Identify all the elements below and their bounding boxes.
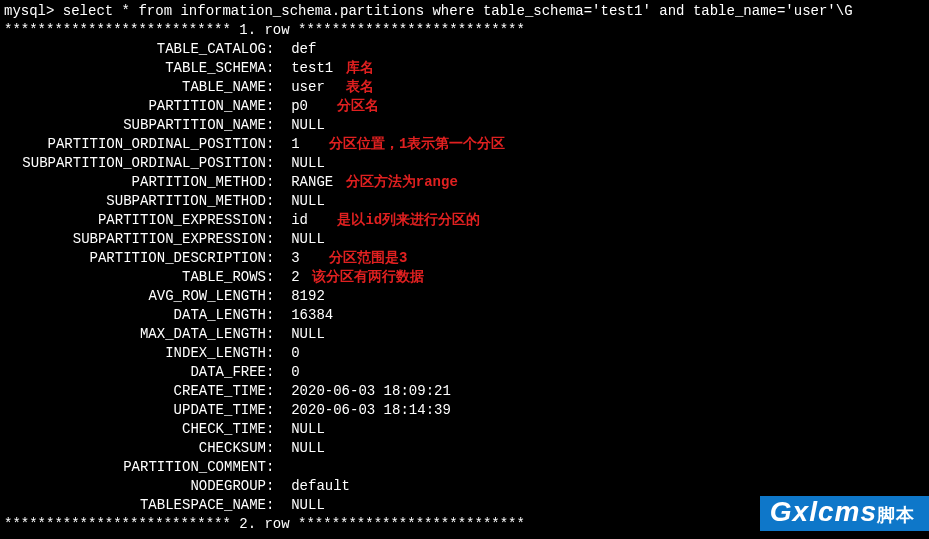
field-value: NULL <box>291 420 325 439</box>
field-value: default <box>291 477 350 496</box>
field-row: MAX_DATA_LENGTH: NULL <box>4 325 925 344</box>
field-row: PARTITION_EXPRESSION: id 是以id列来进行分区的 <box>4 211 925 230</box>
field-row: PARTITION_NAME: p0 分区名 <box>4 97 925 116</box>
field-row: PARTITION_METHOD: RANGE分区方法为range <box>4 173 925 192</box>
field-value: test1 <box>291 59 333 78</box>
colon: : <box>266 97 291 116</box>
field-value: 1 <box>291 135 316 154</box>
annotation: 库名 <box>333 59 374 78</box>
colon: : <box>266 230 291 249</box>
annotation: 分区方法为range <box>333 173 458 192</box>
field-row: PARTITION_DESCRIPTION: 3 分区范围是3 <box>4 249 925 268</box>
field-value: p0 <box>291 97 325 116</box>
field-label: SUBPARTITION_EXPRESSION <box>4 230 266 249</box>
watermark-sub: 脚本 <box>877 505 915 525</box>
field-value: 0 <box>291 344 299 363</box>
field-value: 2020-06-03 18:09:21 <box>291 382 451 401</box>
colon: : <box>266 401 291 420</box>
field-label: TABLE_CATALOG <box>4 40 266 59</box>
field-row: TABLE_NAME: user 表名 <box>4 78 925 97</box>
field-row: SUBPARTITION_NAME: NULL <box>4 116 925 135</box>
field-row: SUBPARTITION_METHOD: NULL <box>4 192 925 211</box>
field-value: NULL <box>291 116 325 135</box>
field-label: CREATE_TIME <box>4 382 266 401</box>
field-label: DATA_LENGTH <box>4 306 266 325</box>
field-row: TABLE_SCHEMA: test1库名 <box>4 59 925 78</box>
field-value: id <box>291 211 325 230</box>
field-row: PARTITION_ORDINAL_POSITION: 1 分区位置，1表示第一… <box>4 135 925 154</box>
field-label: PARTITION_NAME <box>4 97 266 116</box>
colon: : <box>266 306 291 325</box>
field-label: NODEGROUP <box>4 477 266 496</box>
field-label: PARTITION_EXPRESSION <box>4 211 266 230</box>
colon: : <box>266 325 291 344</box>
field-label: SUBPARTITION_METHOD <box>4 192 266 211</box>
colon: : <box>266 211 291 230</box>
field-row: TABLE_ROWS: 2该分区有两行数据 <box>4 268 925 287</box>
field-row: SUBPARTITION_EXPRESSION: NULL <box>4 230 925 249</box>
field-label: CHECKSUM <box>4 439 266 458</box>
field-row: CHECK_TIME: NULL <box>4 420 925 439</box>
field-label: PARTITION_ORDINAL_POSITION <box>4 135 266 154</box>
field-label: TABLE_NAME <box>4 78 266 97</box>
field-label: TABLE_SCHEMA <box>4 59 266 78</box>
annotation: 分区位置，1表示第一个分区 <box>316 135 505 154</box>
field-value: def <box>291 40 316 59</box>
prompt: mysql> <box>4 3 63 19</box>
colon: : <box>266 420 291 439</box>
colon: : <box>266 363 291 382</box>
result-fields: TABLE_CATALOG: defTABLE_SCHEMA: test1库名T… <box>4 40 925 515</box>
field-label: SUBPARTITION_NAME <box>4 116 266 135</box>
colon: : <box>266 173 291 192</box>
field-row: NODEGROUP: default <box>4 477 925 496</box>
mysql-prompt-line[interactable]: mysql> select * from information_schema.… <box>4 2 925 21</box>
field-value: 0 <box>291 363 299 382</box>
field-label: PARTITION_METHOD <box>4 173 266 192</box>
field-value: NULL <box>291 154 325 173</box>
watermark-main: Gxlcms <box>770 496 877 527</box>
field-label: UPDATE_TIME <box>4 401 266 420</box>
field-value: RANGE <box>291 173 333 192</box>
colon: : <box>266 135 291 154</box>
annotation: 分区名 <box>325 97 380 116</box>
field-row: CHECKSUM: NULL <box>4 439 925 458</box>
field-row: CREATE_TIME: 2020-06-03 18:09:21 <box>4 382 925 401</box>
field-row: DATA_LENGTH: 16384 <box>4 306 925 325</box>
annotation: 分区范围是3 <box>316 249 407 268</box>
colon: : <box>266 287 291 306</box>
field-label: TABLE_ROWS <box>4 268 266 287</box>
watermark-badge: Gxlcms脚本 <box>760 496 929 531</box>
field-row: TABLE_CATALOG: def <box>4 40 925 59</box>
colon: : <box>266 116 291 135</box>
annotation: 该分区有两行数据 <box>300 268 425 287</box>
field-label: SUBPARTITION_ORDINAL_POSITION <box>4 154 266 173</box>
row-separator-1: *************************** 1. row *****… <box>4 21 925 40</box>
annotation: 是以id列来进行分区的 <box>325 211 480 230</box>
colon: : <box>266 40 291 59</box>
colon: : <box>266 382 291 401</box>
field-value: NULL <box>291 192 325 211</box>
colon: : <box>266 439 291 458</box>
field-value: 16384 <box>291 306 333 325</box>
colon: : <box>266 154 291 173</box>
field-value: 8192 <box>291 287 325 306</box>
field-value: 2020-06-03 18:14:39 <box>291 401 451 420</box>
colon: : <box>266 458 291 477</box>
field-row: UPDATE_TIME: 2020-06-03 18:14:39 <box>4 401 925 420</box>
field-value: 2 <box>291 268 299 287</box>
colon: : <box>266 192 291 211</box>
field-row: INDEX_LENGTH: 0 <box>4 344 925 363</box>
field-row: PARTITION_COMMENT: <box>4 458 925 477</box>
colon: : <box>266 249 291 268</box>
field-value: NULL <box>291 325 325 344</box>
colon: : <box>266 78 291 97</box>
colon: : <box>266 477 291 496</box>
field-value: 3 <box>291 249 316 268</box>
field-label: TABLESPACE_NAME <box>4 496 266 515</box>
field-row: AVG_ROW_LENGTH: 8192 <box>4 287 925 306</box>
field-label: MAX_DATA_LENGTH <box>4 325 266 344</box>
field-value: user <box>291 78 333 97</box>
field-row: DATA_FREE: 0 <box>4 363 925 382</box>
field-label: DATA_FREE <box>4 363 266 382</box>
field-value: NULL <box>291 230 325 249</box>
